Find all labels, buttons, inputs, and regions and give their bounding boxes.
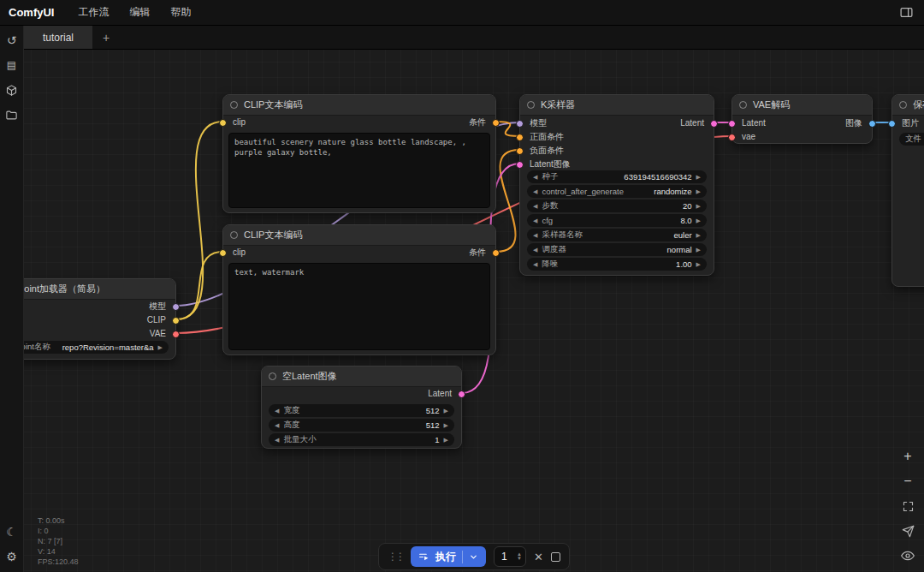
next-arrow[interactable]: ▶ [696,232,701,239]
decrement-arrow[interactable]: ◀ [533,217,537,224]
widget-batch-size[interactable]: ◀ 批量大小 1 ▶ [269,433,454,446]
increment-arrow[interactable]: ▶ [696,217,701,224]
menu-edit[interactable]: 编辑 [119,5,160,20]
widget-value: normal [667,245,692,254]
widget-control-after-generate[interactable]: ◀ control_after_generate randomize ▶ [527,185,707,198]
node-title: 保存图像 [913,98,924,111]
widget-sampler-name[interactable]: ◀ 采样器名称 euler ▶ [527,229,707,241]
prev-arrow[interactable]: ◀ [533,188,537,195]
panel-toggle-icon[interactable] [899,5,914,20]
widget-filename-prefix[interactable]: 文件 [899,133,924,146]
fit-view-icon[interactable] [900,498,915,514]
input-slot-vae[interactable] [728,134,736,141]
node-header[interactable]: Checkpoint加载器（简易） [0,279,175,300]
focus-node-icon[interactable] [900,523,915,539]
increment-arrow[interactable]: ▶ [696,261,701,268]
increment-arrow[interactable]: ▶ [696,174,701,181]
output-slot-latent[interactable] [458,390,465,398]
input-slot-latent[interactable] [516,161,524,169]
stepper-arrows[interactable]: ▲▼ [517,552,522,561]
prev-arrow[interactable]: ◀ [533,247,537,253]
menu-workflow[interactable]: 工作流 [68,5,119,20]
collapse-dot[interactable] [739,101,747,109]
zoom-out-icon[interactable]: − [900,474,915,489]
node-checkpoint-loader[interactable]: Checkpoint加载器（简易） 模型 CLIP VAE ◀ Checkpoi… [0,278,176,360]
queue-icon[interactable]: ▤ [3,57,21,74]
node-header[interactable]: 空Latent图像 [262,366,461,387]
widget-value: 20 [683,201,692,211]
widget-cfg[interactable]: ◀ cfg 8.0 ▶ [527,214,707,227]
widget-ckpt-name[interactable]: ◀ Checkpoint名称 repo?Revision=master&a ▶ [0,341,169,354]
collapse-dot[interactable] [527,101,535,109]
output-slot-latent[interactable] [710,120,718,128]
drag-handle[interactable]: ⋮⋮ [388,551,403,563]
decrement-arrow[interactable]: ◀ [275,437,279,444]
batch-count-stepper[interactable]: 1 ▲▼ [494,546,526,567]
decrement-arrow[interactable]: ◀ [275,422,279,429]
input-slot-model[interactable] [516,120,524,128]
increment-arrow[interactable]: ▶ [444,437,448,444]
input-slot-images[interactable] [888,120,896,128]
output-label-model: 模型 [149,301,166,312]
input-slot-clip[interactable] [219,119,227,127]
node-header[interactable]: K采样器 [520,95,714,116]
toggle-links-eye-icon[interactable] [900,548,915,563]
tab-tutorial[interactable]: tutorial [24,26,93,49]
decrement-arrow[interactable]: ◀ [533,261,537,268]
output-slot-model[interactable] [172,303,180,311]
new-workflow-button[interactable]: + [93,26,119,49]
input-slot-latent[interactable] [728,120,736,128]
workflows-folder-icon[interactable] [3,106,21,123]
widget-height[interactable]: ◀ 高度 512 ▶ [269,419,454,432]
node-header[interactable]: VAE解码 [732,95,872,116]
node-vae-decode[interactable]: VAE解码 Latent vae 图像 [732,94,873,144]
queue-run-button[interactable]: 执行 [411,546,486,567]
decrement-arrow[interactable]: ◀ [533,203,537,210]
node-clip-text-encode-negative[interactable]: CLIP文本编码 clip 条件 text, watermark [222,224,496,355]
next-arrow[interactable]: ▶ [696,188,701,195]
increment-arrow[interactable]: ▶ [444,408,448,414]
input-slot-positive[interactable] [516,134,524,141]
decrement-arrow[interactable]: ◀ [533,174,537,181]
chevron-down-icon[interactable] [469,552,478,562]
prompt-textarea[interactable]: beautiful scenery nature glass bottle la… [228,133,490,208]
collapse-dot[interactable] [230,231,238,239]
node-clip-text-encode-positive[interactable]: CLIP文本编码 clip 条件 beautiful scenery natur… [222,94,496,213]
menu-help[interactable]: 帮助 [160,5,201,20]
node-header[interactable]: CLIP文本编码 [223,225,495,246]
cancel-icon[interactable]: ✕ [534,551,543,563]
output-slot-conditioning[interactable] [492,249,500,257]
history-icon[interactable]: ↺ [3,32,21,49]
prev-arrow[interactable]: ◀ [533,232,537,239]
zoom-in-icon[interactable]: + [900,449,915,464]
collapse-dot[interactable] [230,101,238,109]
node-header[interactable]: 保存图像 [892,95,924,116]
settings-gear-icon[interactable]: ⚙ [3,548,21,565]
node-ksampler[interactable]: K采样器 模型 正面条件 负面条件 Latent图像 Latent ◀ 种子 6… [519,94,714,276]
widget-scheduler[interactable]: ◀ 调度器 normal ▶ [527,243,707,256]
node-save-image[interactable]: 保存图像 图片 文件 [891,94,924,287]
widget-denoise[interactable]: ◀ 降噪 1.00 ▶ [527,258,707,271]
decrement-arrow[interactable]: ◀ [275,408,279,414]
output-slot-clip[interactable] [172,317,180,325]
node-header[interactable]: CLIP文本编码 [223,95,495,116]
widget-steps[interactable]: ◀ 步数 20 ▶ [527,200,707,212]
prompt-textarea[interactable]: text, watermark [228,263,490,350]
stop-icon[interactable] [551,552,560,562]
output-slot-image[interactable] [868,120,876,128]
next-arrow[interactable]: ▶ [158,344,163,351]
collapse-dot[interactable] [269,372,276,380]
theme-toggle-icon[interactable]: ☾ [3,523,21,540]
increment-arrow[interactable]: ▶ [696,203,701,210]
widget-width[interactable]: ◀ 宽度 512 ▶ [269,404,454,417]
collapse-dot[interactable] [899,101,907,109]
node-library-icon[interactable] [3,81,21,98]
increment-arrow[interactable]: ▶ [444,422,448,429]
node-empty-latent-image[interactable]: 空Latent图像 Latent ◀ 宽度 512 ▶ ◀ 高度 512 ▶ ◀… [261,366,462,449]
widget-seed[interactable]: ◀ 种子 639194516690342 ▶ [527,170,707,183]
next-arrow[interactable]: ▶ [696,247,701,253]
output-slot-conditioning[interactable] [492,119,500,127]
output-slot-vae[interactable] [172,331,180,338]
input-slot-clip[interactable] [219,249,227,257]
input-slot-negative[interactable] [516,147,524,155]
